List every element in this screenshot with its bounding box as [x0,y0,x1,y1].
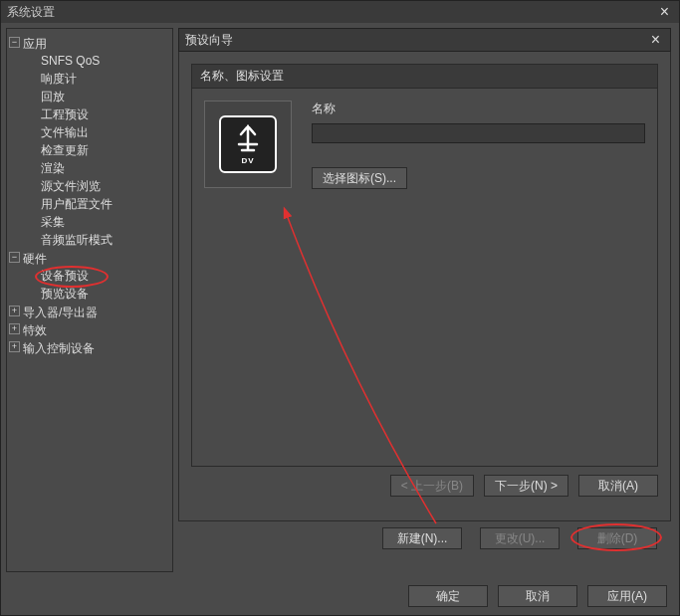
change-button: 更改(U)... [480,527,560,549]
tree-item[interactable]: 渲染 [41,159,170,177]
wizard-nav: < 上一步(B) 下一步(N) > 取消(A) [191,467,658,509]
dv-icon: DV [219,115,277,173]
wizard-title: 预设向导 [185,32,647,49]
outer-titlebar: 系统设置 × [1,1,679,23]
wizard-titlebar: 预设向导 × [178,28,671,52]
select-icon-button[interactable]: 选择图标(S)... [312,167,407,189]
tree-item[interactable]: 回放 [41,88,170,105]
device-preset-buttons: 新建(N)... 更改(U)... 删除(D) [178,521,671,549]
content-area: 预设向导 × 名称、图标设置 DV 名称 [178,23,679,577]
outer-body: − 应用 SNFS QoS 响度计 回放 工程预设 文件输出 检查更新 渲染 源… [1,23,679,577]
next-button[interactable]: 下一步(N) > [484,475,568,497]
tree-item[interactable]: 检查更新 [41,141,170,159]
outer-title: 系统设置 [7,4,656,21]
tree-item[interactable]: 用户配置文件 [41,195,170,213]
section-content: DV 名称 选择图标(S)... [191,89,658,467]
settings-tree: − 应用 SNFS QoS 响度计 回放 工程预设 文件输出 检查更新 渲染 源… [9,35,170,357]
tree-node-input[interactable]: + 输入控制设备 [9,339,170,357]
tree-node-hardware[interactable]: − 硬件 设备预设 预览设备 [9,250,170,304]
tree-item[interactable]: 采集 [41,213,170,231]
name-label: 名称 [312,101,645,117]
wizard-body: 名称、图标设置 DV 名称 选择图标(S)... [178,52,671,521]
system-settings-dialog: 系统设置 × − 应用 SNFS QoS 响度计 回放 工程预设 文件输出 检查… [0,0,680,616]
close-icon[interactable]: × [656,3,673,21]
section-header: 名称、图标设置 [191,64,658,89]
tree-panel: − 应用 SNFS QoS 响度计 回放 工程预设 文件输出 检查更新 渲染 源… [6,28,173,572]
delete-button: 删除(D) [577,527,657,549]
tree-label: 输入控制设备 [23,341,95,355]
preset-icon-preview: DV [204,101,292,188]
wizard-cancel-button[interactable]: 取消(A) [578,475,658,497]
tree-label: 应用 [23,37,47,51]
form-column: 名称 选择图标(S)... [312,101,645,454]
tree-item[interactable]: 预览设备 [41,285,170,303]
tree-item[interactable]: SNFS QoS [41,52,170,70]
expand-icon[interactable]: + [9,323,20,334]
expand-icon[interactable]: + [9,306,20,316]
new-button[interactable]: 新建(N)... [382,527,462,549]
tree-item[interactable]: 源文件浏览 [41,177,170,195]
prev-button: < 上一步(B) [390,475,474,497]
tree-node-fx[interactable]: + 特效 [9,321,170,339]
apply-button[interactable]: 应用(A) [587,585,667,607]
tree-item-device-preset[interactable]: 设备预设 [41,267,170,285]
tree-label: 特效 [23,323,47,337]
cancel-button[interactable]: 取消 [498,585,577,607]
tree-label: 硬件 [23,252,47,266]
tree-node-app[interactable]: − 应用 SNFS QoS 响度计 回放 工程预设 文件输出 检查更新 渲染 源… [9,35,170,250]
tree-label: 导入器/导出器 [23,306,98,319]
tree-item[interactable]: 工程预设 [41,105,170,123]
collapse-icon[interactable]: − [9,37,20,48]
tree-item[interactable]: 文件输出 [41,123,170,141]
expand-icon[interactable]: + [9,341,20,352]
tree-item[interactable]: 音频监听模式 [41,231,170,249]
tree-item[interactable]: 响度计 [41,70,170,88]
collapse-icon[interactable]: − [9,252,20,263]
preset-wizard-dialog: 预设向导 × 名称、图标设置 DV 名称 [178,28,671,521]
name-input[interactable] [312,123,645,143]
outer-footer: 确定 取消 应用(A) [408,585,667,607]
icon-dv-label: DV [241,156,254,165]
ok-button[interactable]: 确定 [408,585,488,607]
close-icon[interactable]: × [647,31,664,49]
tree-node-importer[interactable]: + 导入器/导出器 [9,304,170,321]
